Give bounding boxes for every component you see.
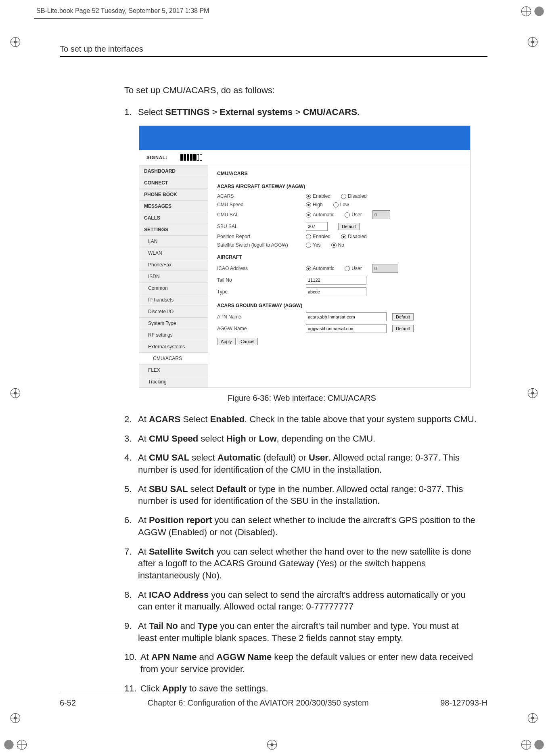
apn-default-button[interactable]: Default: [392, 313, 414, 320]
sidebar-item-flex[interactable]: FLEX: [139, 364, 208, 376]
bold-text: CMU SAL: [149, 452, 189, 463]
label-position-report: Position Report: [217, 234, 306, 239]
input-sbu-sal[interactable]: [306, 222, 328, 231]
text: At: [138, 414, 149, 424]
bold-text: Satellite Switch: [149, 547, 214, 557]
text: At: [140, 652, 151, 662]
sidebar-item-calls[interactable]: CALLS: [139, 212, 208, 224]
radio-label: Disabled: [348, 193, 367, 199]
text: (default) or: [261, 452, 309, 463]
sidebar-item-common[interactable]: Common: [139, 282, 208, 294]
sidebar-item-lan[interactable]: LAN: [139, 235, 208, 247]
radio-cmu-sal-user[interactable]: User: [345, 212, 362, 218]
sidebar-item-dashboard[interactable]: DASHBOARD: [139, 165, 208, 177]
section-heading-aircraft: AIRCRAFT: [217, 254, 461, 260]
sidebar-item-cmu-acars[interactable]: CMU/ACARS: [139, 352, 208, 364]
text: . Check in the table above that your sys…: [245, 414, 477, 424]
step-number: 4.: [124, 452, 138, 475]
label-cmu-speed: CMU Speed: [217, 202, 306, 207]
radio-cmu-speed-low[interactable]: Low: [333, 202, 349, 207]
sidebar-item-wlan[interactable]: WLAN: [139, 247, 208, 259]
radio-posrep-disabled[interactable]: Disabled: [341, 234, 367, 239]
sbu-sal-default-button[interactable]: Default: [338, 223, 360, 230]
label-cmu-sal: CMU SAL: [217, 212, 306, 218]
panel-title: CMU/ACARS: [217, 171, 461, 176]
bold-text: Type: [198, 621, 218, 631]
svg-point-3: [534, 6, 544, 16]
apply-button[interactable]: Apply: [217, 338, 236, 345]
sidebar-item-external-systems[interactable]: External systems: [139, 341, 208, 352]
step-11: 11.Click Apply to save the settings.: [124, 683, 479, 695]
registration-mark-icon: [521, 6, 532, 17]
registration-mark-icon: [533, 739, 545, 750]
sidebar-item-system-type[interactable]: System Type: [139, 317, 208, 329]
cancel-button[interactable]: Cancel: [237, 338, 258, 345]
input-tail-no[interactable]: [306, 276, 366, 285]
sidebar-item-messages[interactable]: MESSAGES: [139, 200, 208, 212]
radio-icao-user[interactable]: User: [345, 266, 362, 271]
sidebar-item-tracking[interactable]: Tracking: [139, 376, 208, 387]
text: At: [138, 515, 149, 525]
radio-label: No: [338, 242, 344, 248]
registration-mark-icon: [527, 387, 538, 399]
radio-label: Automatic: [313, 212, 334, 218]
sidebar-item-discrete-io[interactable]: Discrete I/O: [139, 306, 208, 317]
radio-cmu-sal-automatic[interactable]: Automatic: [306, 212, 334, 218]
webui-screenshot: SIGNAL: DASHBOARD CONNECT PHONE BOOK MES…: [139, 126, 471, 388]
registration-mark-icon: [266, 739, 278, 750]
step-number: 9.: [124, 620, 138, 644]
sidebar-item-settings[interactable]: SETTINGS: [139, 224, 208, 235]
sidebar-item-phone-fax[interactable]: Phone/Fax: [139, 259, 208, 270]
text: At: [138, 547, 149, 557]
sidebar-item-phone-book[interactable]: PHONE BOOK: [139, 188, 208, 200]
input-apn-name[interactable]: [306, 312, 387, 321]
page-footer: 6-52 Chapter 6: Configuration of the AVI…: [60, 694, 487, 708]
label-satellite-switch: Satellite Switch (logoff to AGGW): [217, 242, 306, 248]
registration-mark-icon: [10, 36, 21, 48]
sidebar-item-isdn[interactable]: ISDN: [139, 270, 208, 282]
step-2: 2.At ACARS Select Enabled. Check in the …: [124, 413, 479, 425]
radio-satsw-yes[interactable]: Yes: [306, 242, 321, 248]
label-icao: ICAO Address: [217, 266, 306, 271]
sidebar: DASHBOARD CONNECT PHONE BOOK MESSAGES CA…: [139, 165, 208, 387]
label-aggw-name: AGGW Name: [217, 326, 306, 331]
radio-icao-automatic[interactable]: Automatic: [306, 266, 334, 271]
bold-text: APN Name: [151, 652, 197, 662]
radio-label: Enabled: [313, 234, 330, 239]
radio-acars-disabled[interactable]: Disabled: [341, 193, 367, 199]
intro-text: To set up CMU/ACARS, do as follows:: [124, 85, 479, 96]
step-number: 8.: [124, 589, 138, 613]
radio-cmu-speed-high[interactable]: High: [306, 202, 323, 207]
registration-mark-icon: [3, 739, 15, 750]
step-number: 11.: [124, 683, 140, 695]
radio-label: Disabled: [348, 234, 367, 239]
text: , depending on the CMU.: [277, 433, 376, 444]
text: At: [138, 433, 149, 444]
registration-mark-icon: [527, 36, 538, 48]
aggw-default-button[interactable]: Default: [392, 325, 414, 332]
signal-label: SIGNAL:: [146, 155, 167, 160]
radio-label: User: [351, 266, 362, 271]
input-aggw-name[interactable]: [306, 324, 387, 333]
input-cmu-sal-user[interactable]: [372, 210, 390, 219]
signal-row: SIGNAL:: [139, 150, 470, 165]
radio-label: Low: [340, 202, 349, 207]
radio-satsw-no[interactable]: No: [331, 242, 344, 248]
signal-bars-icon: [180, 154, 202, 161]
sidebar-item-ip-handsets[interactable]: IP handsets: [139, 294, 208, 306]
input-type[interactable]: [306, 287, 366, 296]
radio-posrep-enabled[interactable]: Enabled: [306, 234, 330, 239]
input-icao-user[interactable]: [372, 264, 398, 273]
radio-label: Automatic: [313, 266, 334, 271]
bold-text: External systems: [220, 107, 293, 117]
sidebar-item-connect[interactable]: CONNECT: [139, 177, 208, 188]
svg-point-28: [534, 740, 544, 749]
bold-text: CMU Speed: [149, 433, 198, 444]
main-panel: CMU/ACARS ACARS AIRCRAFT GATEWAY (AAGW) …: [208, 165, 470, 387]
step-9: 9.At Tail No and Type you can enter the …: [124, 620, 479, 644]
bold-text: Tail No: [149, 621, 178, 631]
radio-acars-enabled[interactable]: Enabled: [306, 193, 330, 199]
figure-caption: Figure 6-36: Web interface: CMU/ACARS: [124, 394, 479, 403]
footer-page-number: 6-52: [60, 698, 76, 708]
sidebar-item-rf-settings[interactable]: RF settings: [139, 329, 208, 341]
